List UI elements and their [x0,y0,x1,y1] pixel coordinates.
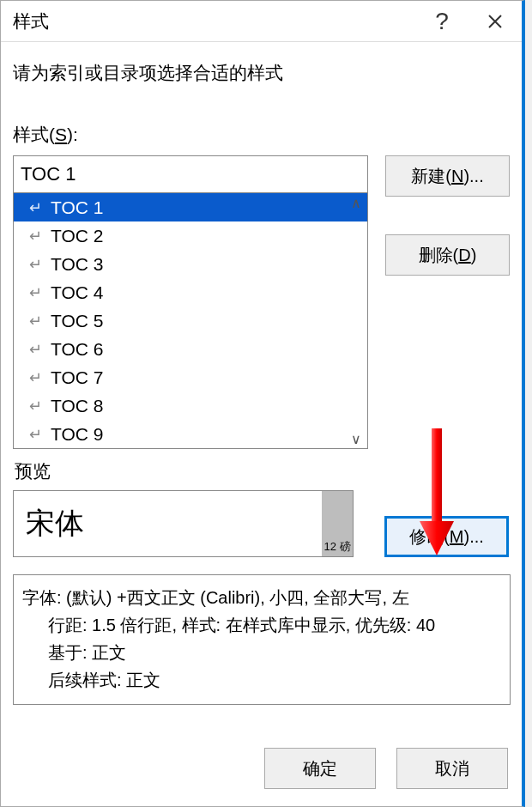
paragraph-icon: ↵ [29,255,42,274]
help-button[interactable]: ? [415,1,469,42]
preview-size-badge: 12 磅 [322,491,353,556]
paragraph-icon: ↵ [29,368,42,387]
list-item-label: TOC 2 [51,226,103,246]
paragraph-icon: ↵ [29,198,42,217]
scroll-up-icon[interactable]: ∧ [345,193,367,212]
desc-line-3: 基于: 正文 [22,639,498,666]
list-item[interactable]: ↵TOC 7 [14,363,367,391]
paragraph-icon: ↵ [29,283,42,302]
list-item[interactable]: ↵TOC 5 [14,306,367,335]
dialog-title: 样式 [13,9,415,33]
list-item[interactable]: ↵TOC 2 [14,221,367,250]
preview-label: 预览 [15,459,510,483]
list-item[interactable]: ↵TOC 1 [14,193,367,221]
style-dialog: 样式 ? 请为索引或目录项选择合适的样式 样式(S): ∧ ∨ ↵TOC 1↵T… [0,0,525,807]
list-item[interactable]: ↵TOC 6 [14,335,367,363]
paragraph-icon: ↵ [29,425,42,444]
desc-line-1: 字体: (默认) +西文正文 (Calibri), 小四, 全部大写, 左 [22,584,498,611]
instruction-text: 请为索引或目录项选择合适的样式 [13,61,510,85]
paragraph-icon: ↵ [29,227,42,246]
desc-line-2: 行距: 1.5 倍行距, 样式: 在样式库中显示, 优先级: 40 [22,611,498,639]
list-item[interactable]: ↵TOC 4 [14,278,367,306]
preview-box: 宋体 12 磅 [13,490,354,557]
dialog-footer: 确定 取消 [1,732,522,806]
delete-button[interactable]: 删除(D) [385,234,510,276]
paragraph-icon: ↵ [29,312,42,331]
list-item[interactable]: ↵TOC 9 [14,420,367,448]
list-item-label: TOC 9 [51,424,103,445]
style-name-input[interactable] [13,155,368,193]
new-button[interactable]: 新建(N)... [385,155,510,197]
preview-font-name: 宋体 [26,504,84,543]
list-item-label: TOC 1 [51,197,103,218]
style-description: 字体: (默认) +西文正文 (Calibri), 小四, 全部大写, 左 行距… [13,574,511,705]
list-item[interactable]: ↵TOC 8 [14,391,367,420]
list-item-label: TOC 7 [51,367,103,388]
cancel-button[interactable]: 取消 [396,748,508,789]
styles-label: 样式(S): [13,123,510,147]
close-icon [487,14,503,29]
scroll-down-icon[interactable]: ∨ [345,429,367,448]
list-item-label: TOC 4 [51,282,103,303]
desc-line-4: 后续样式: 正文 [22,666,498,694]
titlebar: 样式 ? [1,1,522,42]
list-item-label: TOC 6 [51,339,103,360]
list-item-label: TOC 5 [51,311,103,331]
style-list[interactable]: ∧ ∨ ↵TOC 1↵TOC 2↵TOC 3↵TOC 4↵TOC 5↵TOC 6… [13,193,368,449]
list-item[interactable]: ↵TOC 3 [14,250,367,278]
paragraph-icon: ↵ [29,397,42,416]
modify-button[interactable]: 修改(M)... [384,516,509,557]
scrollbar[interactable]: ∧ ∨ [345,193,367,448]
list-item-label: TOC 8 [51,396,103,416]
ok-button[interactable]: 确定 [264,748,376,789]
close-button[interactable] [469,1,522,42]
paragraph-icon: ↵ [29,340,42,359]
list-item-label: TOC 3 [51,254,103,275]
